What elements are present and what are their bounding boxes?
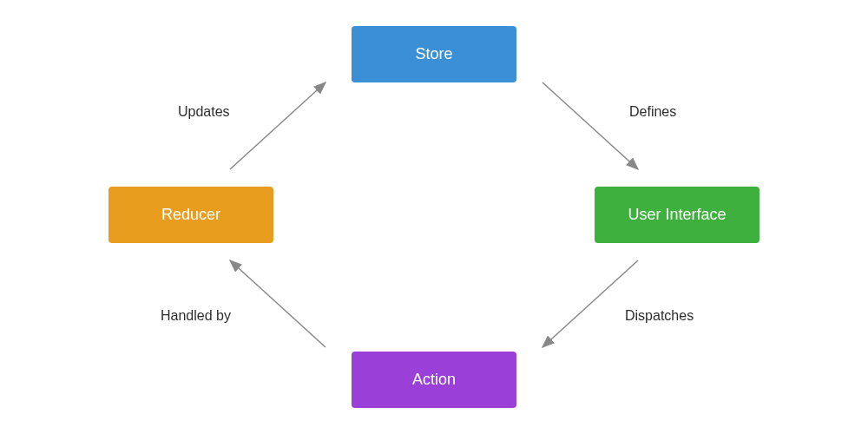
node-user-interface: User Interface bbox=[595, 187, 760, 243]
edge-label-handled-by: Handled by bbox=[161, 308, 231, 324]
edge-label-defines: Defines bbox=[629, 104, 676, 120]
node-store: Store bbox=[352, 26, 516, 82]
node-store-label: Store bbox=[415, 45, 452, 63]
svg-line-4 bbox=[230, 82, 326, 169]
svg-line-2 bbox=[542, 260, 638, 347]
node-action: Action bbox=[352, 352, 516, 408]
svg-line-3 bbox=[230, 260, 326, 347]
node-action-label: Action bbox=[412, 371, 456, 389]
node-user-interface-label: User Interface bbox=[628, 206, 726, 224]
edge-label-dispatches: Dispatches bbox=[625, 308, 694, 324]
node-reducer: Reducer bbox=[108, 187, 273, 243]
edge-label-updates: Updates bbox=[178, 104, 230, 120]
node-reducer-label: Reducer bbox=[161, 206, 220, 224]
svg-line-1 bbox=[542, 82, 638, 169]
